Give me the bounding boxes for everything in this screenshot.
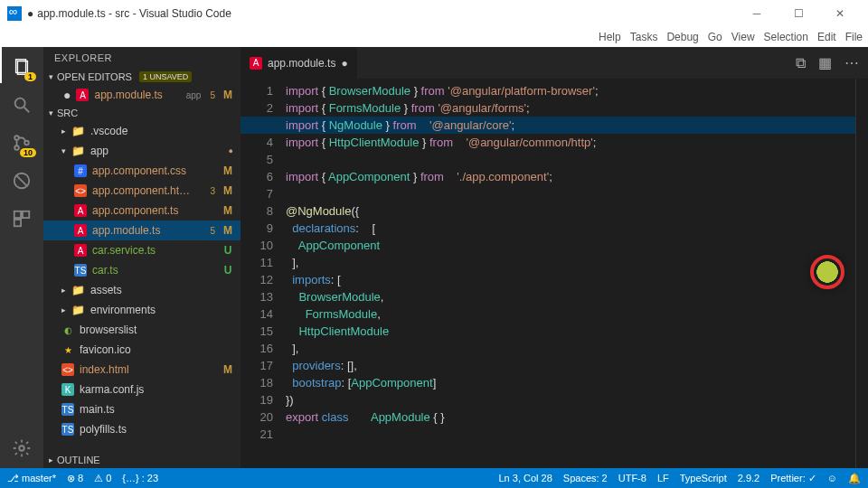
src-label: SRC [57, 108, 78, 118]
svg-point-12 [19, 446, 24, 451]
editor-area: A app.module.ts ● ⧉ ▦ ⋯ 1234567891011121… [241, 47, 868, 468]
svg-line-8 [16, 175, 28, 187]
modified-dot: ● [341, 57, 347, 70]
chevron-right-icon: ▸ [49, 455, 53, 465]
tree-item-app-component-ts[interactable]: Aapp.component.tsM [43, 201, 241, 221]
file-icon: ★ [61, 343, 74, 356]
svg-rect-9 [14, 211, 21, 218]
tree-item-car-service-ts[interactable]: Acar.service.tsU [43, 240, 241, 260]
unsaved-badge: 1 UNSAVED [139, 71, 192, 82]
angular-icon: A [250, 57, 262, 70]
file-name: app.component.ht… [92, 184, 204, 197]
explorer-icon[interactable]: 1 [11, 56, 33, 78]
file-icon: TS [61, 403, 74, 416]
tree-item-app-module-ts[interactable]: Aapp.module.ts5M [43, 221, 241, 240]
extensions-icon[interactable] [11, 208, 33, 230]
tree-item-browserslist[interactable]: ◐browserslist [43, 320, 241, 340]
bell-icon[interactable]: 🔔 [848, 473, 861, 484]
status-warnings[interactable]: ⚠ 0 [94, 473, 111, 484]
status-spaces[interactable]: Spaces: 2 [563, 473, 608, 483]
layout-icon[interactable]: ▦ [818, 54, 832, 71]
file-name: app.component.css [92, 164, 217, 177]
git-branch[interactable]: ⎇ master* [7, 473, 56, 484]
angular-icon: A [76, 89, 89, 101]
chevron-icon: ▸ [61, 305, 66, 314]
tree-item-app-component-css[interactable]: #app.component.cssM [43, 161, 241, 181]
menu-selection[interactable]: Selection [764, 31, 808, 43]
scm-icon[interactable]: 10 [11, 132, 33, 154]
window-titlebar: ● app.module.ts - src - Visual Studio Co… [0, 0, 868, 27]
modified-indicator: ● [27, 7, 33, 20]
menu-go[interactable]: Go [708, 31, 722, 43]
menu-edit[interactable]: Edit [817, 31, 836, 43]
minimize-button[interactable]: ─ [736, 0, 778, 27]
tab-app-module[interactable]: A app.module.ts ● [241, 47, 358, 79]
chevron-down-icon: ▾ [49, 108, 53, 117]
file-icon: TS [61, 423, 74, 436]
code-editor[interactable]: 123456789101112131415161718192021 import… [241, 79, 868, 468]
tree-item-car-ts[interactable]: TScar.tsU [43, 260, 241, 280]
tree-item-assets[interactable]: ▸📁assets [43, 280, 241, 300]
git-modified: M [222, 224, 233, 237]
problem-count: 3 [210, 186, 215, 196]
svg-line-3 [24, 108, 30, 113]
git-modified: M [222, 363, 233, 376]
tree-item-main-ts[interactable]: TSmain.ts [43, 399, 241, 419]
problem-count: 5 [210, 226, 215, 236]
menu-help[interactable]: Help [599, 31, 621, 43]
tree-item-polyfills-ts[interactable]: TSpolyfills.ts [43, 419, 241, 439]
status-info[interactable]: {…} : 23 [122, 473, 158, 483]
status-errors[interactable]: ⊗ 8 [67, 473, 83, 484]
tree-item-app-component-ht-[interactable]: <>app.component.ht…3M [43, 181, 241, 201]
svg-point-2 [15, 99, 25, 108]
more-icon[interactable]: ⋯ [844, 54, 859, 71]
open-editor-item[interactable]: ● A app.module.ts app 5 M [43, 85, 241, 105]
minimap[interactable] [855, 79, 868, 468]
code-lines[interactable]: import { BrowserModule } from '@angular/… [286, 79, 855, 468]
maximize-button[interactable]: ☐ [778, 0, 819, 27]
file-icon: ◐ [61, 324, 74, 336]
menu-debug[interactable]: Debug [666, 31, 698, 43]
sidebar-header: EXPLORER [43, 47, 241, 69]
status-prettier[interactable]: Prettier: ✓ [770, 473, 816, 484]
split-editor-icon[interactable]: ⧉ [796, 55, 806, 71]
status-lncol[interactable]: Ln 3, Col 28 [498, 473, 552, 483]
vscode-icon [7, 6, 22, 21]
open-file-name: app.module.ts [94, 89, 180, 101]
menu-tasks[interactable]: Tasks [630, 31, 658, 43]
status-language[interactable]: TypeScript [680, 473, 727, 483]
debug-icon[interactable] [11, 170, 33, 192]
close-button[interactable]: ✕ [819, 0, 861, 27]
status-encoding[interactable]: UTF-8 [618, 473, 646, 483]
chevron-icon: ▸ [61, 286, 66, 295]
file-icon: <> [61, 363, 74, 376]
tree-item-karma-conf-js[interactable]: Kkarma.conf.js [43, 380, 241, 399]
tree-item-environments[interactable]: ▸📁environments [43, 300, 241, 320]
activity-bar: 1 10 [0, 47, 43, 468]
tab-label: app.module.ts [268, 57, 335, 70]
file-icon: TS [74, 264, 87, 277]
git-status: M [222, 89, 233, 101]
tree-item-app[interactable]: ▾📁app● [43, 141, 241, 161]
feedback-icon[interactable]: ☺ [827, 473, 837, 483]
menu-view[interactable]: View [731, 31, 755, 43]
menu-file[interactable]: File [845, 31, 863, 43]
settings-icon[interactable] [11, 437, 33, 459]
status-eol[interactable]: LF [657, 473, 669, 483]
file-name: car.ts [92, 264, 217, 277]
status-ts-version[interactable]: 2.9.2 [738, 473, 760, 483]
modified-dot: ● [229, 146, 233, 155]
outline-header[interactable]: ▸ OUTLINE [43, 452, 241, 468]
tree-item-index-html[interactable]: <>index.htmlM [43, 360, 241, 380]
explorer-badge: 1 [24, 72, 36, 81]
line-numbers: 123456789101112131415161718192021 [241, 79, 286, 468]
tree-item-favicon-ico[interactable]: ★favicon.ico [43, 340, 241, 360]
tree-item--vscode[interactable]: ▸📁.vscode [43, 121, 241, 141]
git-untracked: U [222, 244, 233, 257]
file-icon: <> [74, 184, 87, 197]
search-icon[interactable] [11, 94, 33, 116]
file-name: karma.conf.js [80, 383, 233, 396]
src-header[interactable]: ▾ SRC [43, 105, 241, 121]
open-editors-header[interactable]: ▾ OPEN EDITORS 1 UNSAVED [43, 69, 241, 85]
file-icon: A [74, 244, 87, 257]
